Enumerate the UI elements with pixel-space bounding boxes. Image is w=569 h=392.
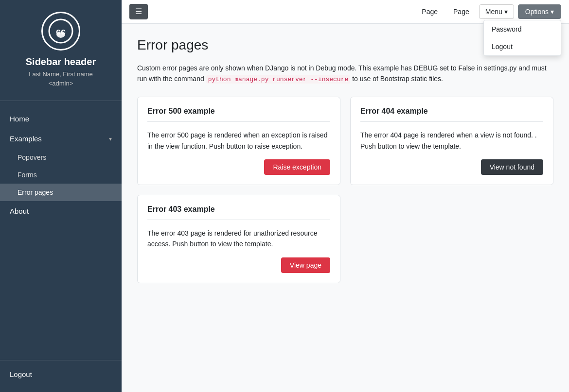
page-content: Error pages Custom error pages are only … (122, 24, 569, 392)
top-cards-row: Error 500 example The error 500 page is … (137, 97, 553, 185)
card-403-body: The error 403 page is rendered for unath… (147, 228, 330, 250)
dropdown-item-logout[interactable]: Logout (484, 38, 561, 55)
sidebar-item-examples[interactable]: Examples ▾ (0, 129, 122, 149)
card-500-title: Error 500 example (147, 107, 330, 122)
sidebar-about-label: About (10, 207, 29, 215)
bottom-cards-row: Error 403 example The error 403 page is … (137, 195, 553, 283)
card-404-footer: View not found (360, 159, 543, 175)
card-404-title: Error 404 example (360, 107, 543, 122)
navbar-menu-dropdown[interactable]: Menu ▾ (479, 4, 514, 19)
cc-logo-icon: cc (48, 18, 74, 44)
sidebar-logout-label: Logout (10, 370, 32, 378)
card-error-404: Error 404 example The error 404 page is … (350, 97, 553, 185)
view-page-button[interactable]: View page (281, 257, 330, 273)
navbar-menu-label: Menu (485, 8, 502, 16)
main-content: ☰ Page Page Menu ▾ Options ▾ Password Lo… (122, 0, 569, 392)
chevron-down-icon: ▾ (109, 136, 112, 142)
card-error-500: Error 500 example The error 500 page is … (137, 97, 340, 185)
sidebar-bottom: Logout (0, 360, 122, 392)
raise-exception-button[interactable]: Raise exception (264, 159, 330, 175)
sidebar-examples-label: Examples (10, 135, 42, 143)
sidebar-home-label: Home (10, 115, 29, 123)
card-403-title: Error 403 example (147, 205, 330, 220)
dropdown-item-password[interactable]: Password (484, 20, 561, 38)
sidebar-item-error-pages[interactable]: Error pages (0, 184, 122, 201)
sidebar: cc Sidebar header Last Name, First name … (0, 0, 122, 392)
page-description: Custom error pages are only shown when D… (137, 63, 553, 85)
card-500-body: The error 500 page is rendered when an e… (147, 130, 330, 152)
sidebar-item-logout[interactable]: Logout (0, 364, 122, 384)
sidebar-item-popovers[interactable]: Popovers (0, 149, 122, 166)
sidebar-item-home[interactable]: Home (0, 109, 122, 129)
navbar-options-label: Options (525, 8, 549, 16)
card-500-footer: Raise exception (147, 159, 330, 175)
options-dropdown-menu: Password Logout (483, 20, 561, 56)
navbar-toggler[interactable]: ☰ (129, 4, 148, 19)
chevron-down-icon: ▾ (551, 8, 554, 16)
navbar-link-page2[interactable]: Page (447, 5, 475, 18)
sidebar-item-about[interactable]: About (0, 201, 122, 221)
card-403-footer: View page (147, 257, 330, 273)
logo-circle: cc (41, 12, 80, 51)
navbar: ☰ Page Page Menu ▾ Options ▾ Password Lo… (122, 0, 569, 24)
sidebar-item-forms[interactable]: Forms (0, 166, 122, 184)
sidebar-username: Last Name, First name (29, 70, 93, 78)
sidebar-logo-area: cc Sidebar header Last Name, First name … (0, 0, 122, 97)
sidebar-role: <admin> (49, 80, 73, 87)
description-code: python manage.py runserver --insecure (206, 75, 351, 84)
navbar-options-button[interactable]: Options ▾ (518, 4, 561, 19)
description-suffix: to use of Bootstrap static files. (352, 75, 443, 83)
view-not-found-button[interactable]: View not found (481, 159, 543, 175)
navbar-link-page1[interactable]: Page (416, 5, 444, 18)
sidebar-header: Sidebar header (26, 56, 96, 68)
sidebar-divider (0, 101, 122, 101)
card-error-403: Error 403 example The error 403 page is … (137, 195, 340, 283)
sidebar-sub-nav: Popovers Forms Error pages (0, 149, 122, 201)
chevron-down-icon: ▾ (504, 8, 508, 16)
navbar-options-dropdown[interactable]: Options ▾ Password Logout (518, 4, 561, 19)
navbar-menu-button[interactable]: Menu ▾ (479, 4, 514, 19)
card-404-body: The error 404 page is rendered when a vi… (360, 130, 543, 152)
sidebar-nav: Home Examples ▾ Popovers Forms Error pag… (0, 105, 122, 360)
